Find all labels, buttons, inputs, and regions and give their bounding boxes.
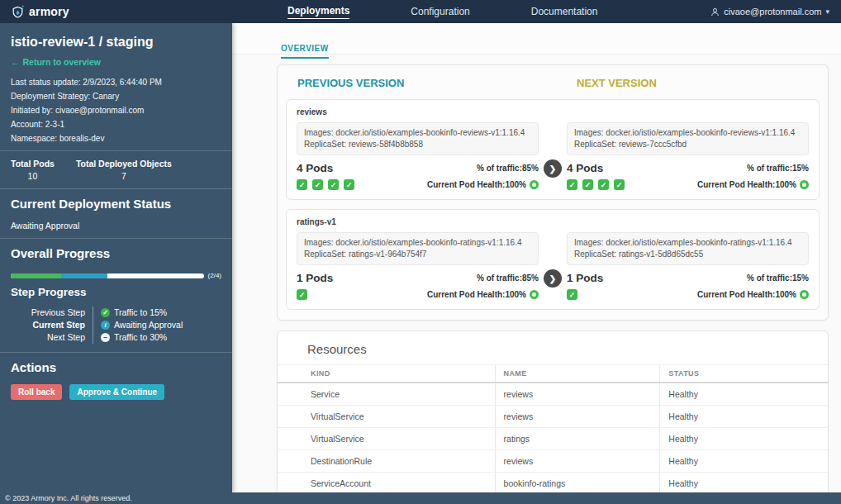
main-content: OVERVIEW PREVIOUS VERSION NEXT VERSION r… [232,23,841,492]
pod-check-icon: ✓ [328,179,339,190]
pods-count-label: 1 Pods [297,272,333,284]
pod-check-icon: ✓ [297,289,307,300]
brand-name: armory [29,5,69,18]
step-value: iAwaiting Approval [101,319,183,331]
step-labels: Previous StepCurrent StepNext Step [11,307,93,344]
traffic-percent-label: % of traffic:85% [477,273,539,283]
pod-check-icon: ✓ [582,179,593,190]
step-values: ✓Traffic to 15%iAwaiting Approval–Traffi… [93,307,183,344]
images-line: Images: docker.io/istio/examples-bookinf… [574,237,801,249]
meta-line: Deployment Strategy: Canary [11,92,221,101]
kind-cell: Service [278,383,495,406]
health-ring-icon [530,290,539,299]
progress-label: (2/4) [208,272,221,279]
back-arrow-icon: ← [11,57,20,67]
pods-count-label: 4 Pods [297,162,333,174]
tab-overview[interactable]: OVERVIEW [281,44,329,59]
pod-health: Current Pod Health:100% [427,180,539,189]
shield-icon [11,5,25,19]
deployment-sidebar: istio-review-1 / staging ← Return to ove… [0,23,232,492]
column-header-kind: KIND [278,365,495,383]
progress-segment-current [61,273,107,278]
name-cell: reviews [495,383,660,406]
pods-count-label: 4 Pods [567,162,603,174]
table-row: ServiceAccountbookinfo-ratingsHealthy [278,473,828,493]
name-cell: reviews [495,406,660,428]
pod-check-icon: ✓ [567,289,577,300]
status-cell: Healthy [660,450,828,473]
total-item: Total Deployed Objects7 [76,159,172,181]
pod-check-icon: ✓ [344,179,354,190]
footer: © 2023 Armory Inc. All rights reserved. [0,492,841,504]
overall-progress: (2/4) [11,272,221,279]
image-info-box: Images: docker.io/istio/examples-bookinf… [297,122,539,155]
health-ring-icon [800,180,809,189]
arrow-right-icon: ❯ [544,269,562,288]
version-row-ratings-v1: ratings-v1Images: docker.io/istio/exampl… [286,209,820,310]
images-line: Images: docker.io/istio/examples-bookinf… [574,127,801,139]
workload-name: ratings-v1 [297,217,809,226]
totals-summary: Total Pods10Total Deployed Objects7 [11,159,221,181]
user-menu[interactable]: civaoe@protonmail.com ▾ [710,7,829,17]
pod-health-label: Current Pod Health:100% [427,290,526,299]
meta-line: Last status update: 2/9/2023, 6:44:40 PM [11,78,221,87]
person-icon [710,7,720,17]
pod-checkboxes: ✓✓✓✓ [297,179,354,190]
pod-health: Current Pod Health:100% [697,180,809,189]
images-line: Images: docker.io/istio/examples-bookinf… [304,237,531,249]
traffic-percent-label: % of traffic:15% [747,273,809,283]
nav-item-configuration[interactable]: Configuration [411,6,469,17]
pod-checkboxes: ✓ [567,289,577,300]
return-to-overview-link[interactable]: ← Return to overview [11,57,101,67]
rollback-button[interactable]: Roll back [11,384,62,400]
pod-check-icon: ✓ [312,179,323,190]
previous-version-heading: PREVIOUS VERSION [287,77,539,89]
step-value: ✓Traffic to 15% [101,307,183,319]
checks-line: ✓Current Pod Health:100% [297,289,539,300]
health-ring-icon [530,180,539,189]
traffic-percent-label: % of traffic:15% [747,164,809,173]
total-label: Total Deployed Objects [76,159,172,169]
arrow-column: ❯ [539,122,567,190]
resources-card: Resources KINDNAMESTATUS ServicereviewsH… [277,330,829,492]
version-column: Images: docker.io/istio/examples-bookinf… [567,232,809,300]
info-icon: i [101,321,110,330]
checks-line: ✓✓✓✓Current Pod Health:100% [297,179,539,190]
steps-heading: Step Progress [11,286,221,298]
pod-health-label: Current Pod Health:100% [427,180,526,189]
table-row: VirtualServiceratingsHealthy [278,428,828,450]
kind-cell: DestinationRule [278,450,495,473]
pending-icon: – [101,333,110,342]
armory-logo[interactable]: armory [0,5,221,19]
table-row: VirtualServicereviewsHealthy [278,406,828,428]
pod-checkboxes: ✓ [297,289,307,300]
meta-line: Account: 2-3-1 [11,120,221,129]
total-item: Total Pods10 [11,159,55,181]
nav-item-documentation[interactable]: Documentation [531,6,598,17]
total-value: 10 [11,171,55,181]
version-row-grid: Images: docker.io/istio/examples-bookinf… [297,232,809,300]
next-version-heading: NEXT VERSION [567,77,818,89]
pod-checkboxes: ✓✓✓✓ [567,179,625,190]
arrow-right-icon: ❯ [544,159,562,178]
progress-bar [11,273,204,278]
pods-line: 1 Pods% of traffic:15% [567,272,809,284]
divider [0,150,232,151]
replicaset-line: ReplicaSet: ratings-v1-964b754f7 [304,249,531,260]
step-value-text: Traffic to 15% [114,307,167,319]
status-cell: Healthy [660,428,828,450]
pod-check-icon: ✓ [614,179,625,190]
step-label: Current Step [11,319,85,331]
nav-item-deployments[interactable]: Deployments [287,5,349,19]
progress-segment-done [11,273,61,278]
resources-title: Resources [278,331,828,364]
table-row: DestinationRulereviewsHealthy [278,450,828,473]
pod-health-label: Current Pod Health:100% [697,180,796,189]
actions-heading: Actions [11,360,221,374]
status-heading: Current Deployment Status [11,197,221,211]
column-header-name: NAME [495,365,660,383]
pods-line: 4 Pods% of traffic:85% [297,162,539,174]
replicaset-line: ReplicaSet: ratings-v1-5d8d65dc55 [574,249,801,260]
tab-strip: OVERVIEW [232,23,841,55]
approve-continue-button[interactable]: Approve & Continue [69,384,164,400]
